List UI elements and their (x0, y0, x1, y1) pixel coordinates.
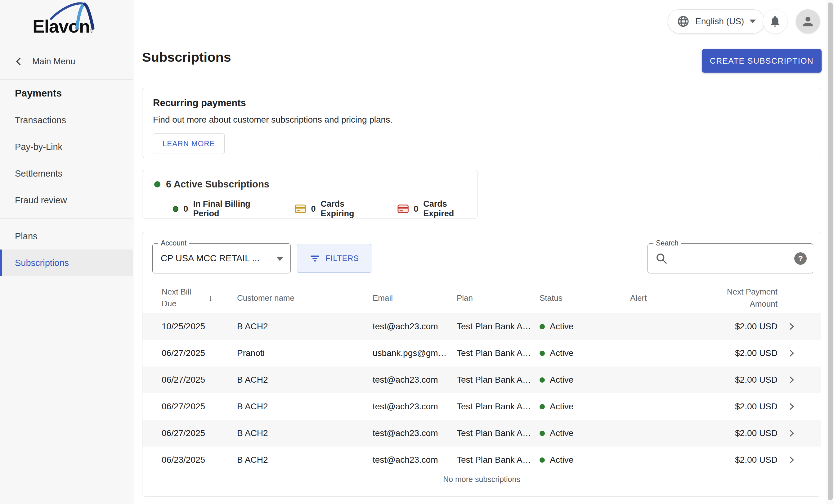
page-title: Subscriptions (142, 50, 231, 65)
row-open-button[interactable] (786, 401, 797, 412)
cell-amount: $2.00 USD (723, 455, 777, 465)
notifications-button[interactable] (763, 9, 787, 34)
cell-status: Active (540, 348, 630, 358)
green-status-dot (540, 431, 545, 436)
status-label: Active (550, 348, 573, 358)
sidebar-divider (0, 218, 133, 219)
sidebar-item-pay-by-link[interactable]: Pay-by-Link (0, 133, 133, 160)
summary-label: In Final Billing Period (193, 199, 275, 218)
sidebar-divider (0, 80, 133, 80)
green-status-dot (540, 457, 545, 463)
column-email: Email (373, 293, 457, 303)
sidebar-item-subscriptions[interactable]: Subscriptions (0, 249, 133, 276)
status-label: Active (550, 322, 573, 331)
column-next-payment-amount: Next Payment Amount (723, 286, 777, 310)
table-row[interactable]: 06/27/2025 Pranoti usbank.pgs@gm… Test P… (142, 340, 821, 367)
cell-email: test@ach23.com (373, 428, 457, 438)
chevron-right-icon (786, 321, 797, 332)
sidebar-section-payments: Payments (15, 88, 62, 99)
elavon-swoosh-icon (50, 0, 97, 30)
cell-status: Active (540, 455, 630, 465)
language-selector[interactable]: English (US) (668, 9, 765, 34)
search-box: Search ? (648, 243, 813, 273)
cell-amount: $2.00 USD (723, 348, 777, 358)
search-icon (655, 252, 668, 265)
summary-cards-expired: 0 Cards Expired (397, 199, 478, 218)
cell-status: Active (540, 401, 630, 412)
cell-customer-name: Pranoti (237, 348, 373, 358)
cell-amount: $2.00 USD (723, 322, 777, 331)
sidebar-item-label: Subscriptions (15, 258, 69, 268)
cell-email: test@ach23.com (373, 322, 457, 331)
cell-customer-name: B ACH2 (237, 375, 373, 385)
table-row[interactable]: 06/27/2025 B ACH2 test@ach23.com Test Pl… (142, 420, 821, 446)
green-status-dot (540, 324, 545, 329)
row-open-button[interactable] (786, 375, 797, 385)
cell-status: Active (540, 375, 630, 385)
chevron-right-icon (786, 375, 797, 385)
filters-button[interactable]: FILTERS (297, 244, 371, 273)
summary-count: 0 (183, 204, 188, 214)
table-row[interactable]: 06/23/2025 B ACH2 test@ach23.com Test Pl… (142, 446, 821, 473)
table-row[interactable]: 06/27/2025 B ACH2 test@ach23.com Test Pl… (142, 393, 821, 420)
filters-button-label: FILTERS (326, 254, 359, 263)
scrollbar-thumb[interactable] (828, 2, 833, 500)
search-input[interactable] (673, 244, 787, 273)
person-icon (801, 15, 815, 28)
cell-next-bill-due: 06/23/2025 (162, 455, 237, 465)
globe-icon (677, 15, 690, 28)
table-row[interactable]: 10/25/2025 B ACH2 test@ach23.com Test Pl… (142, 313, 821, 340)
chevron-right-icon (786, 348, 797, 358)
sidebar-item-plans[interactable]: Plans (0, 223, 133, 249)
cell-email: test@ach23.com (373, 455, 457, 465)
column-next-bill-due: Next Bill Due (162, 286, 202, 309)
summary-count: 0 (311, 204, 316, 214)
cell-status: Active (540, 428, 630, 438)
table-body: 10/25/2025 B ACH2 test@ach23.com Test Pl… (142, 313, 821, 473)
create-subscription-button[interactable]: CREATE SUBSCRIPTION (702, 49, 821, 73)
sidebar-item-label: Fraud review (15, 195, 67, 205)
green-status-dot (173, 206, 178, 212)
sidebar-item-label: Plans (15, 231, 38, 241)
user-avatar-button[interactable] (796, 9, 820, 34)
main-menu-back[interactable]: Main Menu (0, 52, 133, 71)
summary-label: Cards Expired (423, 199, 478, 218)
column-status: Status (540, 293, 630, 303)
row-open-button[interactable] (786, 455, 797, 465)
language-label: English (US) (695, 17, 744, 26)
table-row[interactable]: 06/27/2025 B ACH2 test@ach23.com Test Pl… (142, 367, 821, 393)
learn-more-button[interactable]: LEARN MORE (153, 133, 225, 154)
cell-email: usbank.pgs@gm… (373, 348, 457, 358)
subscriptions-table-card: Account CP USA MCC RETAIL ... FILTERS Se… (142, 232, 821, 497)
account-select[interactable]: Account CP USA MCC RETAIL ... (152, 243, 291, 273)
chevron-right-icon (786, 428, 797, 439)
sort-descending-icon[interactable]: ↓ (208, 293, 213, 303)
recurring-payments-card: Recurring payments Find out more about c… (142, 88, 821, 158)
table-header-row: Next Bill Due ↓ Customer name Email Plan… (142, 283, 821, 313)
vertical-scrollbar[interactable] (826, 0, 834, 504)
promo-body: Find out more about customer subscriptio… (153, 115, 810, 125)
row-open-button[interactable] (786, 428, 797, 439)
sidebar-item-fraud-review[interactable]: Fraud review (0, 187, 133, 214)
row-open-button[interactable] (786, 321, 797, 332)
help-icon[interactable]: ? (794, 252, 807, 265)
cell-amount: $2.00 USD (723, 428, 777, 438)
green-status-dot (540, 377, 545, 383)
chevron-left-icon (13, 56, 24, 67)
chevron-right-icon (786, 455, 797, 465)
summary-count: 0 (414, 204, 418, 214)
cell-customer-name: B ACH2 (237, 428, 373, 438)
summary-final-billing: 0 In Final Billing Period (173, 199, 275, 218)
sidebar-item-settlements[interactable]: Settlements (0, 160, 133, 187)
row-open-button[interactable] (786, 348, 797, 358)
cell-status: Active (540, 322, 630, 331)
chevron-down-icon (750, 20, 756, 23)
sidebar-item-label: Settlements (15, 169, 62, 179)
active-subscriptions-card: 6 Active Subscriptions 0 In Final Billin… (142, 170, 478, 219)
sidebar-item-transactions[interactable]: Transactions (0, 107, 133, 133)
cell-plan: Test Plan Bank A… (457, 348, 540, 358)
green-status-dot (540, 351, 545, 356)
cell-plan: Test Plan Bank A… (457, 455, 540, 465)
cell-plan: Test Plan Bank A… (457, 375, 540, 385)
cell-next-bill-due: 06/27/2025 (162, 401, 237, 412)
